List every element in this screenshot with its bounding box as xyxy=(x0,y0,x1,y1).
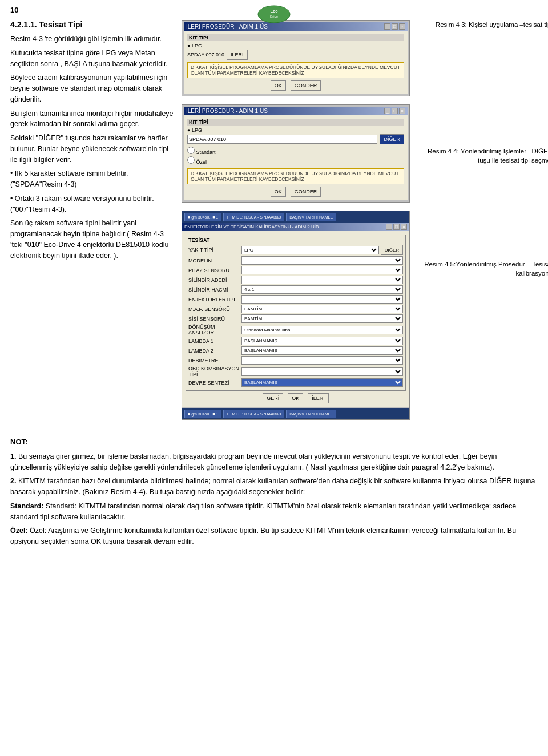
field-modelin: MODELİN xyxy=(188,256,403,265)
win-buttons-3: _ □ × xyxy=(386,224,407,230)
silindir-hacmi-select[interactable]: 4 x 1 xyxy=(241,285,403,294)
para-3: Böylece aracın kalibrasyonunun yapılabil… xyxy=(10,72,176,104)
donusum-select[interactable]: Standard ManınMullha xyxy=(241,326,403,334)
logo-area: Eco Drive xyxy=(257,5,291,26)
gonder-button-1[interactable]: GÖNDER xyxy=(291,80,321,91)
win-minimize-2[interactable]: _ xyxy=(384,108,390,114)
modelin-select[interactable] xyxy=(241,256,403,265)
main-content-grid: 4.2.1.1. Tesisat Tipi Resim 4-3 'te görü… xyxy=(10,20,538,423)
field-donusum: DÖNÜŞÜM ANALİZÖR Standard ManınMullha xyxy=(188,324,403,335)
field-silindir-adedi: SİLİNDİR ADEDİ xyxy=(188,276,403,284)
field-lambda2: LAMBDA 2 BAŞLANMAMIŞ xyxy=(188,346,403,355)
taskbar-bottom-3: ■ gm 30450...■ 1 HTM DE:TESUA - SPDAAB&3… xyxy=(182,408,409,419)
field-debimetre: DEBİMETRE xyxy=(188,356,403,365)
ok-button-3[interactable]: OK xyxy=(288,393,303,403)
caption-3: Resim 4 5:Yönlendirilmiş Prosedür – Tesi… xyxy=(416,260,548,278)
field-devre: DEVRE SENTEZİ BAŞLANMAMIŞ xyxy=(188,378,403,387)
screenshot-3: ■ gm 30450...■ 1 HTM DE:TESUA - SPDAAB&3… xyxy=(182,211,410,420)
ok-button-1[interactable]: OK xyxy=(271,80,286,91)
para-6: • IIk 5 karakter software ismini belirti… xyxy=(10,168,176,190)
ozel-radio[interactable] xyxy=(187,156,195,164)
debimetre-select[interactable] xyxy=(241,356,403,365)
lpg-radio-1: ● LPG xyxy=(187,43,404,48)
kit-tipi-label-1: KIT TİPİ xyxy=(187,34,404,41)
screenshot-1: İLERİ PROSEDÜR - ADIM 1 ÜS _ □ × KIT TİP… xyxy=(182,20,410,96)
svg-point-0 xyxy=(258,6,290,23)
taskbar-bot-btn-1[interactable]: ■ gm 30450...■ 1 xyxy=(184,410,221,418)
para-5: Soldaki "DİĞER" tuşunda bazı rakamlar ve… xyxy=(10,133,176,165)
ok-button-2[interactable]: OK xyxy=(271,187,286,197)
para-2: Kutucukta tesisat tipine göre LPG veya M… xyxy=(10,48,176,70)
section-divider xyxy=(10,428,538,428)
para-8: Son üç rakam software tipini belirtir ya… xyxy=(10,218,176,261)
win-title-2: İLERİ PROSEDÜR - ADIM 1 ÜS xyxy=(186,108,268,114)
win-title-3: ENJEKTÖRLERİN VE TESİSATIN KALİBRASYONU … xyxy=(184,224,319,229)
gonder-button-2[interactable]: GÖNDER xyxy=(291,187,321,197)
taskbar-btn-1[interactable]: ■ gm 30450...■ 1 xyxy=(184,213,221,221)
svg-text:Drive: Drive xyxy=(270,15,279,18)
warning-box-1: DİKKAT: KİŞİSEL PROGRAMLAMA PROSEDÜRÜNDE… xyxy=(187,62,404,78)
map-select[interactable]: EAMTİM xyxy=(241,305,403,313)
field-map: M.A.P. SENSÖRÜ EAMTİM xyxy=(188,305,403,313)
taskbar-btn-2[interactable]: HTM DE:TESUA - SPDAAB&3 xyxy=(223,213,284,221)
ileri-button-3[interactable]: İLERİ xyxy=(308,393,329,403)
pilaz-select[interactable] xyxy=(241,266,403,274)
win-titlebar-1: İLERİ PROSEDÜR - ADIM 1 ÜS _ □ × xyxy=(184,22,408,31)
lpg-radio-2: ● LPG xyxy=(187,127,404,133)
kit-tipi-label-2: KIT TİPİ xyxy=(187,119,404,126)
spdaa-row-1: SPDAA 007 010 İLERİ xyxy=(187,50,404,60)
obd-select[interactable] xyxy=(241,367,403,376)
field-silindir-hacmi: SİLİNDİR HACMİ 4 x 1 xyxy=(188,285,403,294)
win-close-2[interactable]: × xyxy=(399,108,405,114)
lambda1-select[interactable]: BAŞLANMAMIŞ xyxy=(241,337,403,345)
geri-button-3[interactable]: GERİ xyxy=(263,393,283,403)
para-7: • Ortaki 3 rakam software versiyonunu be… xyxy=(10,193,176,215)
left-column: 4.2.1.1. Tesisat Tipi Resim 4-3 'te görü… xyxy=(10,20,176,423)
warning-box-2: DİKKAT: KİŞİSEL PROGRAMLAMA PROSEDÜRÜNDE… xyxy=(187,168,404,184)
field-obd: OBD KOMBİNASYON TİPİ xyxy=(188,366,403,377)
win-body-3: TESİSAT YAKIT TİPİ LPG DİĞER MODELİN PİL… xyxy=(182,231,409,407)
ileri-btn-tesisat[interactable]: DİĞER xyxy=(381,245,403,255)
not-label: NOT: xyxy=(10,436,538,448)
win-minimize-3[interactable]: _ xyxy=(386,224,392,230)
bottom-section: NOT: 1. Bu şemaya girer girmez, bir işle… xyxy=(10,436,538,547)
win-close-1[interactable]: × xyxy=(399,23,405,30)
field-lambda1: LAMBDA 1 BAŞLANMAMIŞ xyxy=(188,337,403,345)
ileri-button-1[interactable]: İLERİ xyxy=(227,50,248,60)
win-maximize-3[interactable]: □ xyxy=(393,224,400,230)
win-buttons-1: _ □ × xyxy=(384,23,405,30)
win-body-2: KIT TİPİ ● LPG SPDAA 007 010 DİĞER Stand… xyxy=(184,115,408,200)
eco-drive-logo: Eco Drive xyxy=(257,5,291,25)
win-titlebar-2: İLERİ PROSEDÜR - ADIM 1 ÜS _ □ × xyxy=(184,107,408,115)
taskbar-btn-3[interactable]: BAŞINV TARIHI NAMLE xyxy=(286,213,336,221)
win-buttons-2: _ □ × xyxy=(384,108,405,114)
section-heading: 4.2.1.1. Tesisat Tipi xyxy=(10,20,176,29)
win-body-1: KIT TİPİ ● LPG SPDAA 007 010 İLERİ DİKKA… xyxy=(184,31,408,94)
taskbar-bot-btn-2[interactable]: HTM DE:TESUA - SPDAAB&3 xyxy=(223,410,284,418)
taskbar-bot-btn-3[interactable]: BAŞINV TARIHI NAMLE xyxy=(286,410,336,418)
devre-select[interactable]: BAŞLANMAMIŞ xyxy=(241,378,403,387)
field-pilaz: PİLAZ SENSÖRÜ xyxy=(188,266,403,274)
enjektorler-select[interactable] xyxy=(241,295,403,304)
tesisat-title: TESİSAT xyxy=(188,237,403,243)
tesisat-section: TESİSAT YAKIT TİPİ LPG DİĞER MODELİN PİL… xyxy=(186,235,406,391)
standard-radio[interactable] xyxy=(187,147,195,154)
page-container: 10 Eco Drive 4.2.1.1. Tesisat Tipi Resim… xyxy=(0,0,548,756)
yakit-tipi-select[interactable]: LPG xyxy=(241,246,379,254)
field-enjektorler: ENJEKTÖRLERTİPİ xyxy=(188,295,403,304)
bottom-item-2-standard: Standard: Standard: KITMTM tarafından no… xyxy=(10,501,538,523)
win-maximize-1[interactable]: □ xyxy=(392,23,398,30)
lambda2-select[interactable]: BAŞLANMAMIŞ xyxy=(241,346,403,355)
sisi-select[interactable]: EAMTİM xyxy=(241,314,403,323)
win-minimize-1[interactable]: _ xyxy=(384,23,390,30)
right-column: Resim 4 3: Kişisel uygulama –tesisat tip… xyxy=(416,20,548,423)
silindir-adedi-select[interactable] xyxy=(241,276,403,284)
caption-1: Resim 4 3: Kişisel uygulama –tesisat tip… xyxy=(416,20,548,29)
win-close-3[interactable]: × xyxy=(401,224,407,230)
bottom-item-1: 1. Bu şemaya girer girmez, bir işleme ba… xyxy=(10,451,538,473)
win-title-1: İLERİ PROSEDÜR - ADIM 1 ÜS xyxy=(186,23,268,30)
svg-text:Eco: Eco xyxy=(271,9,278,13)
taskbar-3: ■ gm 30450...■ 1 HTM DE:TESUA - SPDAAB&3… xyxy=(182,211,409,223)
diger-button-2[interactable]: DİĞER xyxy=(380,134,404,144)
win-maximize-2[interactable]: □ xyxy=(392,108,398,114)
